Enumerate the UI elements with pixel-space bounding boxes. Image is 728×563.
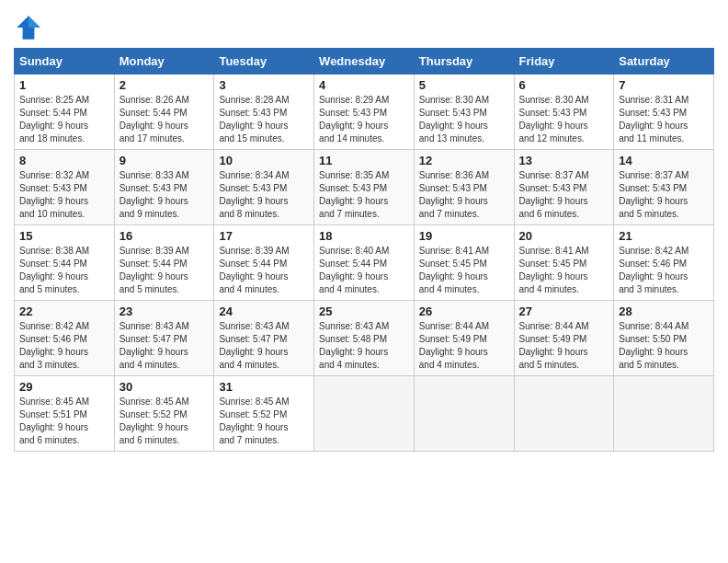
col-header-thursday: Thursday — [414, 49, 514, 75]
col-header-monday: Monday — [114, 49, 214, 75]
day-info: Sunrise: 8:38 AMSunset: 5:44 PMDaylight:… — [19, 245, 109, 296]
day-info: Sunrise: 8:30 AMSunset: 5:43 PMDaylight:… — [419, 94, 509, 145]
day-info: Sunrise: 8:37 AMSunset: 5:43 PMDaylight:… — [619, 169, 709, 221]
day-number: 23 — [119, 304, 210, 318]
day-number: 22 — [19, 304, 109, 318]
day-info: Sunrise: 8:45 AMSunset: 5:52 PMDaylight:… — [219, 396, 309, 447]
day-cell: 15Sunrise: 8:38 AMSunset: 5:44 PMDayligh… — [15, 225, 115, 301]
day-cell: 11Sunrise: 8:35 AMSunset: 5:43 PMDayligh… — [314, 150, 415, 225]
day-cell: 30Sunrise: 8:45 AMSunset: 5:52 PMDayligh… — [114, 376, 214, 452]
day-info: Sunrise: 8:31 AMSunset: 5:43 PMDaylight:… — [619, 94, 709, 145]
day-info: Sunrise: 8:39 AMSunset: 5:44 PMDaylight:… — [119, 245, 210, 296]
day-number: 11 — [319, 154, 409, 167]
day-cell: 21Sunrise: 8:42 AMSunset: 5:46 PMDayligh… — [614, 225, 714, 301]
day-info: Sunrise: 8:44 AMSunset: 5:49 PMDaylight:… — [419, 320, 509, 372]
day-number: 6 — [519, 78, 609, 92]
day-number: 9 — [119, 154, 210, 167]
day-cell: 13Sunrise: 8:37 AMSunset: 5:43 PMDayligh… — [514, 150, 614, 225]
day-info: Sunrise: 8:41 AMSunset: 5:45 PMDaylight:… — [419, 245, 509, 296]
day-number: 28 — [619, 304, 709, 318]
day-cell: 5Sunrise: 8:30 AMSunset: 5:43 PMDaylight… — [414, 75, 514, 150]
day-number: 2 — [119, 78, 210, 92]
day-number: 8 — [19, 154, 109, 167]
day-info: Sunrise: 8:33 AMSunset: 5:43 PMDaylight:… — [119, 169, 210, 221]
day-cell: 27Sunrise: 8:44 AMSunset: 5:49 PMDayligh… — [514, 301, 614, 376]
day-info: Sunrise: 8:43 AMSunset: 5:48 PMDaylight:… — [319, 320, 409, 372]
week-row-1: 1Sunrise: 8:25 AMSunset: 5:44 PMDaylight… — [15, 75, 714, 150]
day-cell: 1Sunrise: 8:25 AMSunset: 5:44 PMDaylight… — [15, 75, 115, 150]
col-header-friday: Friday — [514, 49, 614, 75]
day-info: Sunrise: 8:45 AMSunset: 5:52 PMDaylight:… — [119, 396, 210, 447]
day-number: 17 — [219, 229, 309, 243]
day-cell: 24Sunrise: 8:43 AMSunset: 5:47 PMDayligh… — [214, 301, 314, 376]
week-row-3: 15Sunrise: 8:38 AMSunset: 5:44 PMDayligh… — [15, 225, 714, 301]
logo-icon — [14, 13, 43, 42]
day-number: 18 — [319, 229, 409, 243]
week-row-5: 29Sunrise: 8:45 AMSunset: 5:51 PMDayligh… — [15, 376, 714, 452]
day-info: Sunrise: 8:32 AMSunset: 5:43 PMDaylight:… — [19, 169, 109, 221]
day-cell: 17Sunrise: 8:39 AMSunset: 5:44 PMDayligh… — [214, 225, 314, 301]
day-number: 16 — [119, 229, 210, 243]
day-cell — [414, 376, 514, 452]
col-header-tuesday: Tuesday — [214, 49, 314, 75]
day-number: 26 — [419, 304, 509, 318]
day-cell: 19Sunrise: 8:41 AMSunset: 5:45 PMDayligh… — [414, 225, 514, 301]
day-info: Sunrise: 8:37 AMSunset: 5:43 PMDaylight:… — [519, 169, 609, 221]
day-info: Sunrise: 8:39 AMSunset: 5:44 PMDaylight:… — [219, 245, 309, 296]
day-cell: 4Sunrise: 8:29 AMSunset: 5:43 PMDaylight… — [314, 75, 415, 150]
day-info: Sunrise: 8:36 AMSunset: 5:43 PMDaylight:… — [419, 169, 509, 221]
day-cell: 14Sunrise: 8:37 AMSunset: 5:43 PMDayligh… — [614, 150, 714, 225]
calendar-header: SundayMondayTuesdayWednesdayThursdayFrid… — [15, 49, 714, 75]
day-cell: 12Sunrise: 8:36 AMSunset: 5:43 PMDayligh… — [414, 150, 514, 225]
day-info: Sunrise: 8:30 AMSunset: 5:43 PMDaylight:… — [519, 94, 609, 145]
day-number: 30 — [119, 380, 210, 394]
week-row-4: 22Sunrise: 8:42 AMSunset: 5:46 PMDayligh… — [15, 301, 714, 376]
header-row: SundayMondayTuesdayWednesdayThursdayFrid… — [15, 49, 714, 75]
day-number: 31 — [219, 380, 309, 394]
svg-marker-1 — [28, 16, 40, 28]
day-info: Sunrise: 8:26 AMSunset: 5:44 PMDaylight:… — [119, 94, 210, 145]
day-cell: 16Sunrise: 8:39 AMSunset: 5:44 PMDayligh… — [114, 225, 214, 301]
day-cell: 26Sunrise: 8:44 AMSunset: 5:49 PMDayligh… — [414, 301, 514, 376]
day-number: 29 — [19, 380, 109, 394]
day-cell: 29Sunrise: 8:45 AMSunset: 5:51 PMDayligh… — [15, 376, 115, 452]
day-number: 10 — [219, 154, 309, 167]
day-number: 7 — [619, 78, 709, 92]
day-number: 3 — [219, 78, 309, 92]
day-cell: 7Sunrise: 8:31 AMSunset: 5:43 PMDaylight… — [614, 75, 714, 150]
day-number: 13 — [519, 154, 609, 167]
day-number: 5 — [419, 78, 509, 92]
col-header-wednesday: Wednesday — [314, 49, 415, 75]
day-cell: 25Sunrise: 8:43 AMSunset: 5:48 PMDayligh… — [314, 301, 415, 376]
col-header-sunday: Sunday — [15, 49, 115, 75]
day-info: Sunrise: 8:28 AMSunset: 5:43 PMDaylight:… — [219, 94, 309, 145]
day-info: Sunrise: 8:35 AMSunset: 5:43 PMDaylight:… — [319, 169, 409, 221]
day-cell: 31Sunrise: 8:45 AMSunset: 5:52 PMDayligh… — [214, 376, 314, 452]
day-number: 14 — [619, 154, 709, 167]
day-info: Sunrise: 8:29 AMSunset: 5:43 PMDaylight:… — [319, 94, 409, 145]
day-info: Sunrise: 8:34 AMSunset: 5:43 PMDaylight:… — [219, 169, 309, 221]
day-cell: 9Sunrise: 8:33 AMSunset: 5:43 PMDaylight… — [114, 150, 214, 225]
logo — [14, 13, 47, 42]
day-cell — [614, 376, 714, 452]
day-cell: 10Sunrise: 8:34 AMSunset: 5:43 PMDayligh… — [214, 150, 314, 225]
day-number: 25 — [319, 304, 409, 318]
page-header — [14, 9, 714, 42]
day-info: Sunrise: 8:43 AMSunset: 5:47 PMDaylight:… — [119, 320, 210, 372]
day-info: Sunrise: 8:44 AMSunset: 5:50 PMDaylight:… — [619, 320, 709, 372]
day-cell: 2Sunrise: 8:26 AMSunset: 5:44 PMDaylight… — [114, 75, 214, 150]
day-info: Sunrise: 8:43 AMSunset: 5:47 PMDaylight:… — [219, 320, 309, 372]
day-cell: 28Sunrise: 8:44 AMSunset: 5:50 PMDayligh… — [614, 301, 714, 376]
day-number: 1 — [19, 78, 109, 92]
day-cell: 20Sunrise: 8:41 AMSunset: 5:45 PMDayligh… — [514, 225, 614, 301]
day-number: 21 — [619, 229, 709, 243]
day-cell: 3Sunrise: 8:28 AMSunset: 5:43 PMDaylight… — [214, 75, 314, 150]
day-cell: 23Sunrise: 8:43 AMSunset: 5:47 PMDayligh… — [114, 301, 214, 376]
day-number: 4 — [319, 78, 409, 92]
day-info: Sunrise: 8:45 AMSunset: 5:51 PMDaylight:… — [19, 396, 109, 447]
day-cell: 18Sunrise: 8:40 AMSunset: 5:44 PMDayligh… — [314, 225, 415, 301]
col-header-saturday: Saturday — [614, 49, 714, 75]
calendar-table: SundayMondayTuesdayWednesdayThursdayFrid… — [14, 48, 714, 452]
day-cell: 8Sunrise: 8:32 AMSunset: 5:43 PMDaylight… — [15, 150, 115, 225]
day-cell: 6Sunrise: 8:30 AMSunset: 5:43 PMDaylight… — [514, 75, 614, 150]
